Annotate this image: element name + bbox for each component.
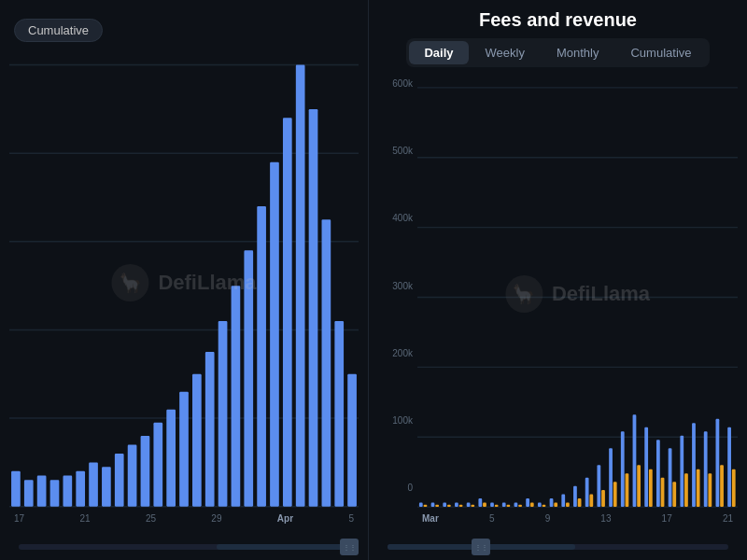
left-chart-area: 🦙 DefiLlama xyxy=(9,51,359,513)
svg-rect-52 xyxy=(490,503,494,507)
svg-rect-22 xyxy=(218,321,228,507)
svg-rect-62 xyxy=(550,498,554,507)
svg-rect-84 xyxy=(680,436,684,507)
svg-rect-48 xyxy=(467,503,471,507)
svg-rect-86 xyxy=(692,423,696,507)
left-x-29: 29 xyxy=(211,513,221,524)
svg-rect-63 xyxy=(554,503,557,507)
svg-rect-59 xyxy=(530,503,534,507)
y-200k: 200k xyxy=(378,348,417,358)
tab-monthly[interactable]: Monthly xyxy=(542,41,614,64)
svg-rect-92 xyxy=(727,427,731,507)
svg-rect-83 xyxy=(672,482,676,507)
svg-rect-41 xyxy=(424,505,428,507)
right-x-5: 5 xyxy=(489,513,495,524)
svg-rect-57 xyxy=(518,505,522,507)
svg-rect-26 xyxy=(270,162,279,507)
svg-rect-21 xyxy=(205,352,215,507)
left-scrollbar-thumb[interactable]: ⋮⋮ xyxy=(217,544,349,550)
svg-rect-91 xyxy=(720,465,724,507)
svg-rect-88 xyxy=(704,431,708,507)
svg-rect-74 xyxy=(621,431,625,507)
svg-rect-20 xyxy=(192,374,202,507)
svg-rect-23 xyxy=(232,286,241,507)
svg-rect-65 xyxy=(566,503,570,507)
y-500k: 500k xyxy=(378,146,417,156)
svg-rect-85 xyxy=(684,473,688,507)
svg-rect-32 xyxy=(347,374,357,507)
svg-rect-78 xyxy=(644,427,648,507)
svg-rect-45 xyxy=(447,505,451,507)
tab-group: Daily Weekly Monthly Cumulative xyxy=(406,38,709,67)
svg-rect-8 xyxy=(37,476,47,507)
svg-rect-30 xyxy=(322,219,331,507)
left-bars-container: 🦙 DefiLlama xyxy=(9,51,359,513)
left-x-17: 17 xyxy=(14,513,24,524)
right-scrollbar-thumb[interactable]: ⋮⋮ xyxy=(388,544,575,550)
tab-weekly[interactable]: Weekly xyxy=(471,41,540,64)
svg-rect-79 xyxy=(649,469,653,507)
svg-rect-82 xyxy=(669,448,672,507)
svg-rect-71 xyxy=(601,490,605,507)
svg-rect-89 xyxy=(708,473,712,507)
svg-rect-31 xyxy=(334,321,344,507)
right-bars-container: 🦙 DefiLlama xyxy=(417,75,738,513)
main-container: Cumulative 🦙 DefiLlama 17 21 25 xyxy=(0,0,747,560)
svg-rect-80 xyxy=(656,440,660,507)
svg-rect-29 xyxy=(309,109,318,507)
y-100k: 100k xyxy=(378,415,417,426)
svg-rect-90 xyxy=(715,419,719,507)
right-x-13: 13 xyxy=(600,513,611,524)
svg-rect-44 xyxy=(443,503,446,507)
svg-rect-7 xyxy=(24,480,34,506)
right-y-axis: 0 100k 200k 300k 400k 500k 600k xyxy=(378,75,417,513)
right-handle-icon: ⋮⋮ xyxy=(474,543,487,552)
svg-rect-9 xyxy=(50,480,60,506)
right-scrollbar-handle[interactable]: ⋮⋮ xyxy=(472,539,490,555)
svg-rect-68 xyxy=(585,478,589,507)
tab-cumulative[interactable]: Cumulative xyxy=(615,41,706,64)
right-x-21: 21 xyxy=(723,513,733,524)
tab-daily[interactable]: Daily xyxy=(409,41,468,64)
left-cumulative-tab[interactable]: Cumulative xyxy=(14,19,103,42)
right-header: Fees and revenue Daily Weekly Monthly Cu… xyxy=(378,9,738,67)
svg-rect-61 xyxy=(543,505,546,507)
svg-rect-12 xyxy=(89,462,98,506)
svg-rect-50 xyxy=(478,498,482,507)
svg-rect-76 xyxy=(633,414,637,507)
svg-rect-75 xyxy=(626,473,629,507)
svg-rect-60 xyxy=(538,503,542,507)
left-panel: Cumulative 🦙 DefiLlama 17 21 25 xyxy=(0,0,369,560)
left-scrollbar-bg: ⋮⋮ xyxy=(19,544,349,550)
right-x-9: 9 xyxy=(545,513,551,524)
left-x-5: 5 xyxy=(348,513,354,524)
svg-rect-47 xyxy=(459,505,463,507)
svg-rect-11 xyxy=(76,471,85,507)
svg-rect-51 xyxy=(483,503,486,507)
svg-rect-67 xyxy=(578,498,582,507)
svg-rect-27 xyxy=(283,118,292,506)
chart-title: Fees and revenue xyxy=(479,9,637,31)
svg-rect-56 xyxy=(514,503,518,507)
svg-rect-13 xyxy=(102,467,111,507)
left-x-21: 21 xyxy=(79,513,90,524)
svg-rect-53 xyxy=(495,505,499,507)
left-x-25: 25 xyxy=(146,513,156,524)
svg-rect-69 xyxy=(589,495,593,507)
svg-rect-18 xyxy=(166,410,176,507)
svg-rect-77 xyxy=(637,465,641,507)
svg-rect-73 xyxy=(613,482,617,507)
left-scrollbar-handle[interactable]: ⋮⋮ xyxy=(340,539,359,555)
svg-rect-14 xyxy=(115,454,124,507)
y-400k: 400k xyxy=(378,213,417,223)
svg-rect-6 xyxy=(11,471,21,507)
svg-rect-58 xyxy=(526,498,529,507)
svg-rect-42 xyxy=(431,503,435,507)
right-panel: Fees and revenue Daily Weekly Monthly Cu… xyxy=(369,0,747,560)
svg-rect-49 xyxy=(471,505,474,507)
svg-rect-72 xyxy=(609,448,613,507)
right-scrollbar-track[interactable]: ⋮⋮ xyxy=(378,534,738,560)
left-header: Cumulative xyxy=(9,19,359,42)
left-handle-icon: ⋮⋮ xyxy=(343,543,356,552)
left-scrollbar-track[interactable]: ⋮⋮ xyxy=(9,534,359,560)
